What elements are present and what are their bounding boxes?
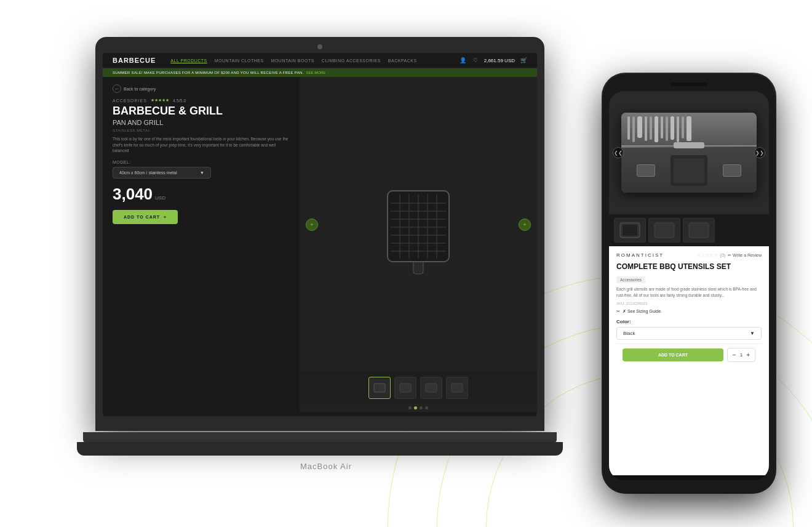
case-lid <box>621 113 757 147</box>
add-to-cart-label: ADD TO CART <box>124 215 160 219</box>
phone-prev-button[interactable]: ❮❮ <box>613 147 624 158</box>
cart-icon[interactable]: 🛒 <box>520 57 527 64</box>
phone-thumb-3[interactable] <box>683 218 715 243</box>
bbq-set-image <box>615 103 763 202</box>
model-dropdown[interactable]: 40cm x 60cm / stainless metal ▼ <box>113 167 211 179</box>
phone-description: Each grill utensils are made of food gra… <box>616 286 762 299</box>
thumbnail-1[interactable] <box>368 377 391 399</box>
phone-notch <box>671 82 707 86</box>
quantity-control: − 1 + <box>727 348 755 362</box>
product-price: 3,040 <box>113 185 153 204</box>
nav-climbing[interactable]: CLIMBING ACCESSORIES <box>322 58 381 63</box>
clasp-left <box>637 164 655 177</box>
cart-amount: 2,661.59 USD <box>484 58 515 63</box>
next-image-button[interactable]: + <box>519 219 531 231</box>
laptop-camera <box>317 44 322 49</box>
nav-links: ALL PRODUCTS MOUNTAIN CLOTHES MOUNTAIN B… <box>170 58 449 63</box>
prev-image-button[interactable]: + <box>306 219 318 231</box>
svg-rect-17 <box>452 384 463 392</box>
thumbnail-4[interactable] <box>446 377 468 399</box>
tool-7 <box>661 116 663 139</box>
tool-5 <box>650 116 652 140</box>
quantity-decrease-button[interactable]: − <box>733 352 736 358</box>
phone-rating-count: (0) <box>720 253 726 257</box>
laptop-nav: BARBECUE ALL PRODUCTS MOUNTAIN CLOTHES M… <box>103 53 537 68</box>
product-details-panel: ← Back to category ACCESORIES ★★★★★ 4.5/… <box>103 77 300 412</box>
product-material: STAINLESS METAL <box>113 129 290 132</box>
nav-backpacks[interactable]: BACKPACKS <box>388 58 417 63</box>
phone-add-to-cart-button[interactable]: ADD TO CART <box>623 348 723 361</box>
cart-arrow-icon: » <box>164 215 167 219</box>
promo-banner: SUMMER SALE! MAKE PURCHASES FOR A MINIMU… <box>103 68 537 77</box>
dot-3[interactable] <box>420 406 423 409</box>
nav-mountain-boots[interactable]: MOUNTAIN BOOTS <box>271 58 314 63</box>
nav-all-products[interactable]: ALL PRODUCTS <box>170 58 207 63</box>
tool-6 <box>655 116 658 142</box>
dropdown-chevron-icon: ▼ <box>200 171 204 175</box>
product-image-panel: + <box>300 77 537 412</box>
tool-2 <box>632 116 635 142</box>
case-body <box>621 113 757 193</box>
product-title: BARBECUE & GRILL <box>113 105 290 118</box>
inner-tools <box>674 158 704 183</box>
product-stars: ★★★★★ <box>151 98 169 103</box>
price-currency: USD <box>155 195 165 201</box>
case-lower <box>621 148 757 193</box>
clasp-right <box>723 164 741 177</box>
wishlist-icon[interactable]: ♡ <box>472 57 479 64</box>
svg-rect-16 <box>426 384 437 392</box>
brand-review-row: ROMANTICIST ☆☆☆☆☆ (0) ✏ Write a Review <box>616 252 762 260</box>
add-to-cart-button[interactable]: ADD TO CART » <box>113 210 178 224</box>
phone-category-tag: Accessories <box>616 276 645 283</box>
tool-9 <box>671 116 674 140</box>
tool-8 <box>666 116 668 141</box>
laptop-foot <box>77 442 563 456</box>
phone-brand: ROMANTICIST <box>616 252 664 258</box>
write-review-link[interactable]: ✏ Write a Review <box>728 253 762 258</box>
phone-thumb-2[interactable] <box>648 218 680 243</box>
back-label: Back to category <box>124 87 156 91</box>
banner-link[interactable]: SEE MORE <box>306 71 326 74</box>
svg-rect-14 <box>374 384 385 392</box>
phone-bottom-bar: ADD TO CART − 1 + <box>616 344 762 366</box>
sizing-guide-label: ✗ See Sizing Guide <box>623 309 661 314</box>
tool-11 <box>682 116 684 139</box>
quantity-value: 1 <box>740 352 742 358</box>
phone-next-button[interactable]: ❯❯ <box>754 147 765 158</box>
tool-3 <box>637 116 642 138</box>
laptop-body: BARBECUE ALL PRODUCTS MOUNTAIN CLOTHES M… <box>95 37 544 431</box>
svg-rect-20 <box>655 223 674 238</box>
nav-right-icons: 👤 ♡ 2,661.59 USD 🛒 <box>460 57 527 64</box>
tools-display <box>621 113 757 146</box>
product-pan-image <box>378 172 458 277</box>
nav-mountain-clothes[interactable]: MOUNTAIN CLOTHES <box>215 58 264 63</box>
model-select-value: 40cm x 60cm / stainless metal <box>119 171 177 175</box>
thumbnail-3[interactable] <box>420 377 442 399</box>
phone-device: ❮❮ <box>603 74 775 493</box>
phone-sku: SKU: 1112G55023 <box>616 302 762 305</box>
price-row: 3,040 USD <box>113 185 290 204</box>
image-thumbnails <box>300 372 537 404</box>
product-subtitle: PAN AND GRILL <box>113 119 290 126</box>
quantity-increase-button[interactable]: + <box>746 352 750 358</box>
user-icon[interactable]: 👤 <box>460 57 467 64</box>
tool-1 <box>627 116 630 140</box>
dot-4[interactable] <box>425 406 428 409</box>
back-circle: ← <box>113 84 121 93</box>
phone-product-image: ❮❮ <box>609 91 769 214</box>
thumbnail-2[interactable] <box>394 377 416 399</box>
phone-thumbnails <box>609 214 769 246</box>
sizing-guide-link[interactable]: ✂ ✗ See Sizing Guide <box>616 309 762 314</box>
product-description: This tool is by far one of the most impo… <box>113 136 290 154</box>
case-handle <box>674 142 704 148</box>
back-to-category-btn[interactable]: ← Back to category <box>113 84 290 93</box>
dot-1[interactable] <box>408 406 412 409</box>
phone-product-info: ROMANTICIST ☆☆☆☆☆ (0) ✏ Write a Review C… <box>609 246 769 475</box>
phone-product-title: COMPLETE BBQ UTENSILS SET <box>616 262 762 271</box>
color-dropdown[interactable]: Black ▼ <box>616 327 762 340</box>
svg-rect-15 <box>400 384 411 392</box>
dot-2[interactable] <box>414 406 417 409</box>
svg-rect-21 <box>689 223 709 238</box>
inner-compartment <box>671 155 707 186</box>
phone-thumb-1[interactable] <box>614 218 646 243</box>
